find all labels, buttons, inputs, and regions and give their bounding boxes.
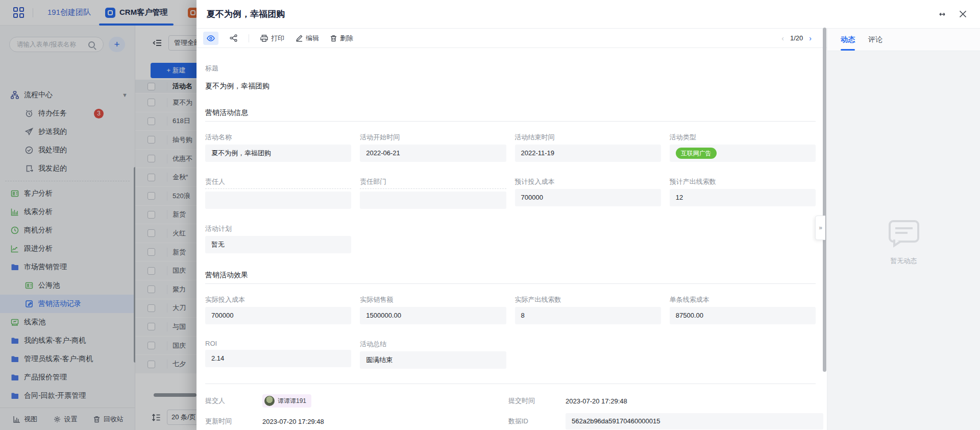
field-value: 700000 — [515, 189, 661, 206]
field-value — [205, 192, 351, 209]
record-form: 标题 夏不为例，幸福团购 营销活动信息 活动名称 夏不为例，幸福团购 活动开始时… — [197, 48, 827, 430]
meta-submit-time: 提交时间 2023-07-20 17:29:48 — [508, 394, 823, 408]
meta-divider — [205, 384, 816, 384]
field-value: 8 — [515, 307, 661, 324]
field-end-time: 活动结束时间 2022-11-19 — [515, 133, 661, 162]
field-value: 700000 — [205, 307, 351, 324]
meta-grid: 提交人 谭谭谭191 提交时间 2023-07-20 17:29:48 更新时间… — [205, 394, 816, 429]
field-activity-type: 活动类型 互联网广告 — [670, 133, 816, 162]
view-mode-button[interactable] — [203, 32, 218, 45]
edit-button[interactable]: 编辑 — [296, 34, 319, 43]
fields-grid: 实际投入成本 700000 实际销售额 1500000.00 实际产出线索数 8… — [205, 295, 816, 369]
title-field-value: 夏不为例，幸福团购 — [205, 82, 816, 91]
submitter-name: 谭谭谭191 — [278, 397, 306, 405]
tab-comments[interactable]: 评论 — [868, 35, 883, 51]
field-actual-cost: 实际投入成本 700000 — [205, 295, 351, 324]
data-id-value: 562a2b96da59170460000015 — [566, 413, 823, 429]
modal-backdrop[interactable] — [0, 0, 197, 430]
field-value: 2022-11-19 — [515, 145, 661, 162]
activity-panel-tabs: 动态 评论 — [827, 29, 980, 51]
field-value: 暂无 — [205, 236, 351, 253]
field-owner: 责任人 — [205, 177, 351, 209]
field-value: 圆满结束 — [360, 351, 506, 369]
avatar — [264, 396, 275, 406]
field-activity-plan: 活动计划 暂无 — [205, 224, 351, 253]
close-icon[interactable] — [959, 10, 967, 18]
field-activity-name: 活动名称 夏不为例，幸福团购 — [205, 133, 351, 162]
field-value: 2.14 — [205, 350, 351, 367]
field-summary: 活动总结 圆满结束 — [360, 340, 506, 369]
field-value: 87500.00 — [670, 307, 816, 324]
share-button[interactable] — [230, 34, 237, 42]
record-pager: ‹ 1/20 › — [781, 34, 812, 42]
field-start-time: 活动开始时间 2022-06-21 — [360, 133, 506, 162]
trash-icon — [330, 35, 337, 42]
expand-icon[interactable] — [938, 11, 947, 17]
prev-record-icon[interactable]: ‹ — [781, 34, 784, 42]
share-icon — [230, 34, 237, 42]
drawer-scrollbar[interactable] — [823, 28, 826, 372]
empty-state-text: 暂无动态 — [891, 256, 917, 266]
field-value: 夏不为例，幸福团购 — [205, 145, 351, 162]
collapse-panel-button[interactable]: » — [815, 216, 825, 240]
app-window: 191创建团队 CRM客户管理 + — [0, 0, 980, 430]
pencil-icon — [296, 35, 303, 42]
activity-panel-body: 暂无动态 — [827, 51, 980, 430]
drawer-header: 夏不为例，幸福团购 — [197, 0, 980, 29]
fields-grid: 活动名称 夏不为例，幸福团购 活动开始时间 2022-06-21 活动结束时间 … — [205, 133, 816, 253]
record-detail-drawer: 夏不为例，幸福团购 — [197, 0, 980, 430]
submitter-chip[interactable]: 谭谭谭191 — [262, 394, 311, 408]
eye-icon — [207, 35, 215, 41]
field-roi: ROI 2.14 — [205, 340, 351, 369]
meta-data-id: 数据ID 562a2b96da59170460000015 — [508, 413, 823, 429]
activity-type-tag: 互联网广告 — [676, 148, 717, 159]
next-record-icon[interactable]: › — [809, 34, 812, 42]
meta-submitter: 提交人 谭谭谭191 — [205, 394, 508, 408]
delete-button[interactable]: 删除 — [330, 34, 353, 43]
section-divider — [205, 283, 816, 284]
section-title: 营销活动效果 — [205, 271, 816, 280]
field-actual-sales: 实际销售额 1500000.00 — [360, 295, 506, 324]
toolbar-divider — [249, 34, 249, 42]
printer-icon — [260, 35, 268, 42]
section-title: 营销活动信息 — [205, 108, 816, 117]
field-value: 互联网广告 — [670, 145, 816, 162]
field-value: 1500000.00 — [360, 307, 506, 324]
print-button[interactable]: 打印 — [260, 34, 284, 43]
field-value: 2022-06-21 — [360, 145, 506, 162]
field-planned-cost: 预计投入成本 700000 — [515, 177, 661, 209]
record-title: 夏不为例，幸福团购 — [207, 8, 285, 20]
field-actual-leads: 实际产出线索数 8 — [515, 295, 661, 324]
record-pager-text: 1/20 — [790, 34, 803, 42]
meta-update-time: 更新时间 2023-07-20 17:29:48 — [205, 413, 508, 429]
field-cost-per-lead: 单条线索成本 87500.00 — [670, 295, 816, 324]
field-label: 标题 — [205, 64, 218, 72]
tab-activity[interactable]: 动态 — [841, 35, 855, 51]
field-value: 12 — [670, 189, 816, 206]
field-planned-leads: 预计产出线索数 12 — [670, 177, 816, 209]
field-department: 责任部门 — [360, 177, 506, 209]
field-value — [360, 192, 506, 209]
section-divider — [205, 121, 816, 122]
activity-panel: 动态 评论 暂无动态 — [827, 29, 980, 430]
drawer-toolbar: 打印 编辑 删除 ‹ 1/20 › — [197, 29, 827, 48]
speech-bubble-icon — [888, 220, 920, 248]
